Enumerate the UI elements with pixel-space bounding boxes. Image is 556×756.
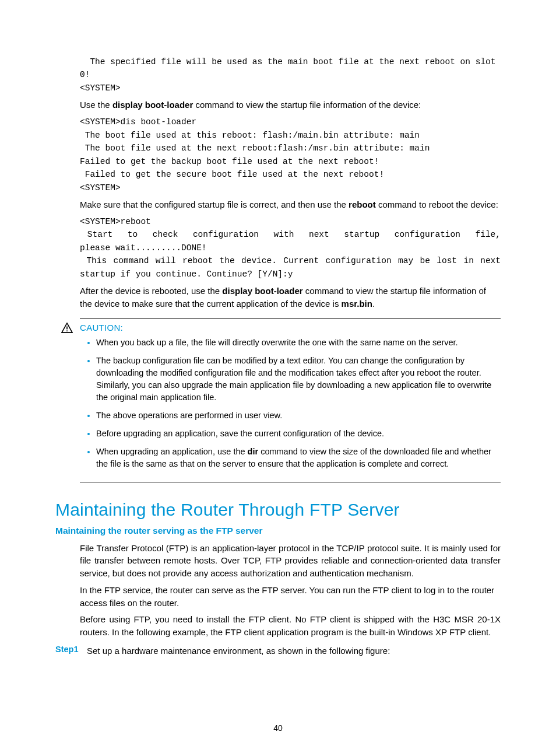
text-bold: display boot-loader (112, 100, 193, 110)
code-block: The specified file will be used as the m… (80, 55, 501, 94)
code-block: <SYSTEM>reboot Start to check configurat… (80, 215, 501, 281)
list-item: Before upgrading an application, save th… (96, 428, 501, 440)
page-number: 40 (0, 723, 556, 733)
text: command to reboot the device: (376, 200, 498, 209)
text-bold: msr.bin (342, 299, 372, 309)
paragraph: Make sure that the configured startup fi… (80, 198, 501, 211)
list-item: The above operations are performed in us… (96, 410, 501, 422)
caution-box: CAUTION: When you back up a file, the fi… (80, 318, 501, 482)
step-text: Set up a hardware maintenance environmen… (87, 645, 390, 657)
text: command to view the startup file informa… (193, 100, 421, 110)
paragraph: In the FTP service, the router can serve… (80, 584, 501, 610)
text: Use the (80, 100, 112, 110)
list-item: The backup configuration file can be mod… (96, 355, 501, 404)
paragraph: File Transfer Protocol (FTP) is an appli… (80, 542, 501, 580)
caution-list: When you back up a file, the file will d… (80, 337, 501, 470)
step-row: Step1 Set up a hardware maintenance envi… (55, 645, 501, 657)
list-item: When you back up a file, the file will d… (96, 337, 501, 349)
text: After the device is rebooted, use the (80, 286, 222, 296)
step-label: Step1 (55, 645, 79, 657)
code-block: <SYSTEM>dis boot-loader The boot file us… (80, 116, 501, 194)
text-bold: dir (248, 447, 259, 456)
heading-1: Maintaining the Router Through FTP Serve… (55, 500, 501, 520)
text-bold: reboot (349, 200, 376, 209)
paragraph: Use the display boot-loader command to v… (80, 99, 501, 111)
caution-label: CAUTION: (80, 323, 123, 332)
warning-icon (61, 323, 73, 333)
text: . (372, 299, 375, 309)
text-bold: display boot-loader (222, 286, 302, 296)
paragraph: Before using FTP, you need to install th… (80, 613, 501, 639)
svg-point-1 (66, 330, 68, 331)
heading-2: Maintaining the router serving as the FT… (55, 526, 501, 536)
list-item: When upgrading an application, use the d… (96, 446, 501, 470)
text: Make sure that the configured startup fi… (80, 200, 349, 209)
text: When upgrading an application, use the (96, 447, 248, 456)
paragraph: After the device is rebooted, use the di… (80, 285, 501, 310)
